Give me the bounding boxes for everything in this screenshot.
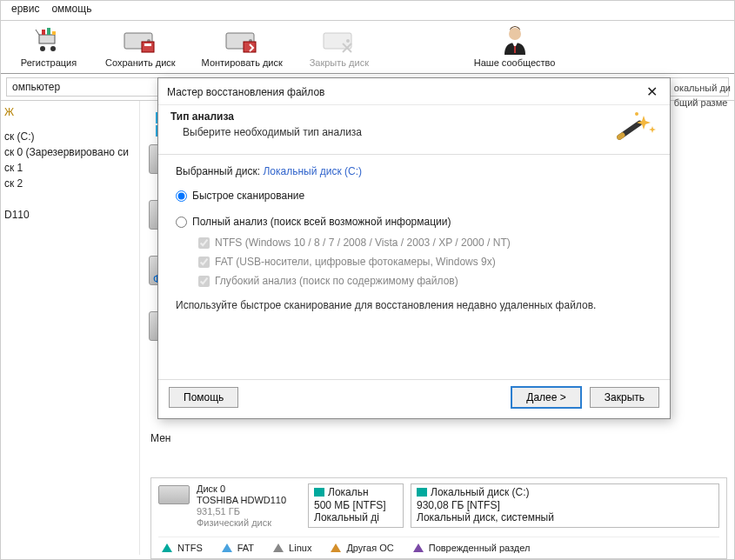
checkbox-label: NTFS (Windows 10 / 8 / 7 / 2008 / Vista … (215, 237, 511, 249)
legend-damaged: Поврежденный раздел (413, 543, 531, 553)
legend-fat: FAT (222, 543, 254, 553)
partition-name: Локальн (328, 486, 369, 498)
tree-item[interactable]: ск 2 (1, 176, 139, 191)
close-button[interactable]: Закрыть (590, 387, 659, 408)
dialog-titlebar: Мастер восстановления файлов ✕ (158, 78, 670, 105)
cart-icon (31, 24, 66, 56)
selected-disk-value: Локальный диск (C:) (263, 165, 362, 177)
svg-point-2 (40, 46, 45, 51)
tool-save-disk[interactable]: Сохранить диск (105, 24, 176, 68)
tree-item[interactable]: ск (C:) (1, 129, 139, 144)
hint-text: Используйте быстрое сканирование для вос… (176, 299, 652, 311)
tool-label: Регистрация (21, 57, 77, 68)
tool-label: Наше сообщество (474, 57, 556, 68)
triangle-icon (273, 543, 284, 552)
wizard-dialog: Мастер восстановления файлов ✕ Тип анали… (157, 77, 671, 419)
legend-ntfs: NTFS (162, 543, 203, 553)
triangle-icon (413, 543, 424, 552)
svg-rect-10 (144, 43, 151, 46)
triangle-icon (222, 543, 232, 552)
partition-block[interactable]: Локальный диск (C:) 930,08 ГБ [NTFS] Лок… (411, 483, 719, 528)
menu-service[interactable]: ервис (6, 1, 44, 17)
svg-rect-5 (47, 28, 50, 35)
swatch-icon (314, 488, 324, 497)
tool-close-disk: Закрыть диск (309, 24, 370, 68)
disk-model: TOSHIBA HDWD110 (197, 495, 301, 505)
tool-label: Монтировать диск (202, 57, 283, 68)
legend-other: Другая ОС (331, 543, 393, 553)
menu-bar: ервис оммощь (1, 1, 734, 21)
checkbox-label: Глубокий анализ (поиск по содержимому фа… (215, 275, 458, 287)
tree-root[interactable]: Ж (1, 104, 139, 120)
partition-size: 500 МБ [NTFS] (314, 499, 398, 511)
tool-label: Закрыть диск (310, 57, 369, 68)
menu-help[interactable]: оммощь (46, 1, 97, 17)
toolbar: Регистрация Сохранить диск Монтировать д… (1, 21, 734, 74)
tool-mount-disk[interactable]: Монтировать диск (202, 24, 283, 68)
swatch-icon (417, 488, 427, 497)
check-ntfs: NTFS (Windows 10 / 8 / 7 / 2008 / Vista … (198, 237, 652, 249)
tool-community[interactable]: Наше сообщество (474, 24, 556, 68)
svg-rect-6 (52, 31, 56, 35)
svg-point-18 (509, 28, 521, 40)
radio-label: Быстрое сканирование (192, 190, 304, 202)
disk-info: Диск 0 TOSHIBA HDWD110 931,51 ГБ Физичес… (197, 483, 301, 528)
disk-layout-footer: Диск 0 TOSHIBA HDWD110 931,51 ГБ Физичес… (150, 477, 727, 559)
hdd-icon (158, 485, 190, 504)
radio-full-scan[interactable]: Полный анализ (поиск всей возможной инфо… (176, 216, 652, 228)
person-icon (498, 24, 532, 56)
svg-rect-0 (39, 35, 55, 43)
partition-name: Локальный диск (C:) (431, 486, 530, 498)
check-fat: FAT (USB-носители, цифровые фотокамеры, … (198, 256, 652, 268)
triangle-icon (331, 543, 341, 552)
radio-input[interactable] (176, 190, 187, 202)
svg-rect-9 (142, 42, 154, 52)
partition-size: 930,08 ГБ [NTFS] (417, 499, 713, 511)
section-subtitle: Выберите необходимый тип анализа (170, 126, 362, 138)
wand-icon (612, 110, 658, 145)
svg-rect-19 (514, 46, 516, 53)
partition-desc: Локальный ді (314, 511, 398, 523)
help-button[interactable]: Помощь (169, 387, 238, 408)
check-deep: Глубокий анализ (поиск по содержимому фа… (198, 275, 652, 287)
disk-type: Физический диск (197, 517, 301, 528)
disk-mount-icon (224, 24, 259, 56)
checkbox-input (198, 257, 210, 268)
svg-point-3 (50, 46, 56, 51)
next-button[interactable]: Далее > (511, 387, 581, 408)
disk-close-icon (322, 24, 357, 56)
checkbox-input (198, 276, 210, 287)
partition-block[interactable]: Локальн 500 МБ [NTFS] Локальный ді (308, 483, 404, 528)
disk-model: Диск 0 (197, 483, 301, 494)
bottom-menu-fragment[interactable]: Мен (150, 432, 170, 444)
tree-item[interactable]: ск 1 (1, 160, 139, 176)
dialog-title: Мастер восстановления файлов (167, 86, 324, 98)
triangle-icon (162, 543, 172, 552)
right-panel-fragment: окальный ди бщий разме (674, 81, 731, 110)
svg-point-26 (635, 112, 638, 116)
legend: NTFS FAT Linux Другая ОС Поврежденный ра… (158, 537, 719, 557)
radio-input[interactable] (176, 217, 187, 228)
svg-point-15 (346, 39, 350, 43)
checkbox-label: FAT (USB-носители, цифровые фотокамеры, … (215, 256, 496, 268)
close-icon[interactable]: ✕ (643, 85, 661, 99)
tool-label: Сохранить диск (105, 57, 176, 68)
section-title: Тип анализа (170, 110, 362, 123)
legend-linux: Linux (273, 543, 311, 553)
tool-register[interactable]: Регистрация (18, 24, 79, 68)
selected-disk: Выбранный диск: Локальный диск (C:) (176, 165, 652, 177)
tree-item[interactable]: D110 (1, 207, 139, 223)
checkbox-input (198, 237, 210, 249)
partition-desc: Локальный диск, системный (417, 511, 713, 523)
radio-fast-scan[interactable]: Быстрое сканирование (176, 190, 652, 202)
disk-save-icon (123, 24, 157, 56)
svg-rect-4 (42, 30, 45, 35)
disk-size: 931,51 ГБ (197, 506, 301, 517)
tree-item[interactable]: ск 0 (Зарезервировано си (1, 144, 139, 160)
radio-label: Полный анализ (поиск всей возможной инфо… (192, 216, 451, 228)
svg-line-1 (36, 30, 39, 35)
sidebar: Ж ск (C:) ск 0 (Зарезервировано си ск 1 … (1, 101, 140, 555)
